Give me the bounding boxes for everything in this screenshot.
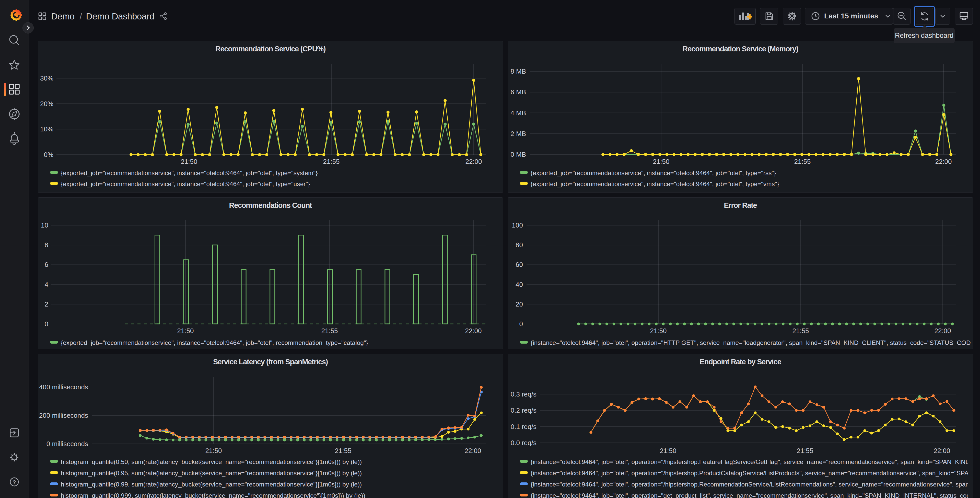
svg-text:21:55: 21:55: [323, 158, 339, 165]
svg-text:400 milliseconds: 400 milliseconds: [39, 383, 88, 391]
svg-text:22:00: 22:00: [465, 158, 482, 165]
svg-text:0.1 req/s: 0.1 req/s: [511, 423, 536, 431]
svg-text:2: 2: [45, 300, 48, 308]
svg-text:10: 10: [41, 221, 48, 229]
svg-text:80: 80: [515, 241, 523, 249]
svg-text:22:00: 22:00: [465, 327, 482, 335]
svg-text:0: 0: [45, 320, 48, 328]
svg-text:8 MB: 8 MB: [511, 67, 526, 75]
svg-text:21:55: 21:55: [792, 327, 809, 335]
svg-text:0 milliseconds: 0 milliseconds: [46, 440, 88, 448]
svg-text:100: 100: [512, 221, 523, 229]
svg-text:22:00: 22:00: [934, 327, 951, 335]
svg-text:21:50: 21:50: [660, 447, 676, 455]
svg-text:0.0 req/s: 0.0 req/s: [511, 439, 536, 447]
svg-text:21:55: 21:55: [321, 327, 338, 335]
svg-text:20: 20: [515, 300, 523, 308]
svg-text:22:00: 22:00: [465, 447, 481, 455]
svg-text:60: 60: [515, 261, 523, 268]
svg-text:21:50: 21:50: [181, 158, 197, 165]
svg-text:0.2 req/s: 0.2 req/s: [511, 407, 536, 414]
svg-text:8: 8: [45, 241, 48, 249]
svg-text:0: 0: [519, 320, 523, 328]
svg-text:4: 4: [45, 281, 48, 288]
svg-text:2 MB: 2 MB: [511, 130, 526, 137]
svg-text:21:50: 21:50: [177, 327, 194, 335]
svg-text:21:50: 21:50: [205, 447, 222, 455]
svg-text:20%: 20%: [40, 100, 53, 108]
svg-text:4 MB: 4 MB: [511, 109, 526, 117]
svg-text:0 MB: 0 MB: [511, 150, 526, 158]
svg-text:21:55: 21:55: [797, 447, 813, 455]
svg-text:6 MB: 6 MB: [511, 88, 526, 96]
svg-text:21:55: 21:55: [794, 158, 811, 165]
svg-text:21:50: 21:50: [653, 158, 669, 165]
svg-text:22:00: 22:00: [934, 447, 950, 455]
svg-text:21:55: 21:55: [335, 447, 351, 455]
svg-text:40: 40: [515, 281, 523, 288]
svg-text:10%: 10%: [40, 125, 53, 133]
svg-text:6: 6: [45, 261, 48, 268]
svg-text:21:50: 21:50: [650, 327, 667, 335]
svg-text:0.3 req/s: 0.3 req/s: [511, 390, 536, 398]
svg-text:200 milliseconds: 200 milliseconds: [39, 412, 88, 419]
svg-text:0%: 0%: [44, 151, 53, 158]
svg-text:22:00: 22:00: [935, 158, 951, 165]
svg-text:30%: 30%: [40, 74, 53, 82]
